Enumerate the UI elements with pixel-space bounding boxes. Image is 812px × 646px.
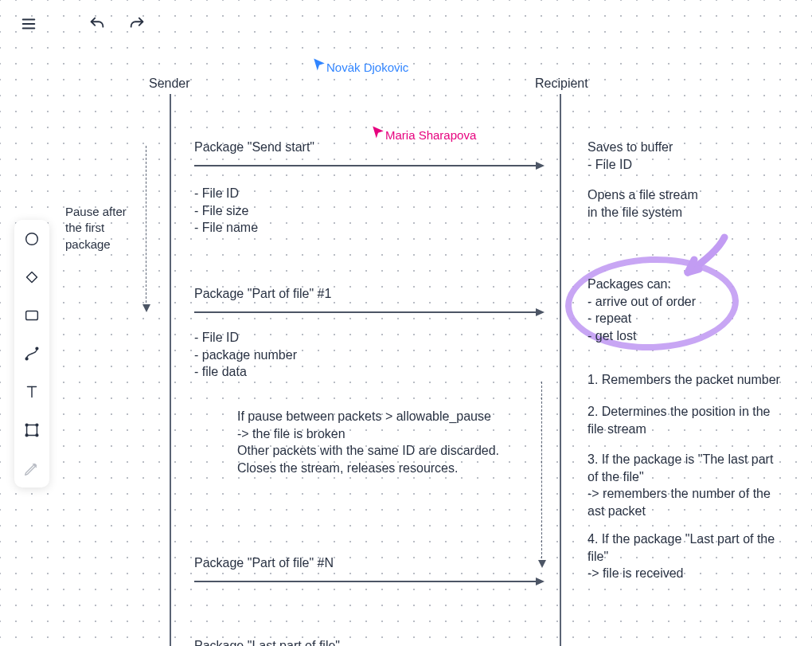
packages-can: Packages can: - arrive out of order - re…: [588, 276, 696, 344]
recipient-lifeline: [560, 94, 561, 646]
pkg-part1-title: Package "Part of file" #1: [194, 285, 331, 303]
pkg-part1-body: - File ID - package number - file data: [194, 329, 297, 381]
recipient-header: Recipient: [535, 75, 588, 92]
timeout-dashed-arrow: [541, 382, 542, 566]
recipient-step-1: 1. Remembers the packet number: [588, 371, 780, 389]
collaborator-cursor-1: Novak Djokovic: [312, 57, 326, 75]
timeout-note: If pause between packets > allowable_pau…: [237, 408, 499, 476]
recipient-step-2: 2. Determines the position in the file s…: [588, 403, 770, 437]
sender-header: Sender: [149, 75, 190, 92]
arrow-partN: [194, 581, 543, 582]
pkg-last-title: Package "Last part of file": [194, 637, 340, 646]
collaborator-cursor-2: Maria Sharapova: [371, 125, 385, 143]
recipient-buffer: Saves to buffer - File ID: [588, 139, 673, 173]
canvas[interactable]: Sender Recipient Novak Djokovic Maria Sh…: [0, 0, 812, 646]
collaborator-name-1: Novak Djokovic: [326, 61, 408, 74]
pause-dashed-arrow: [146, 146, 146, 311]
recipient-open-stream: Opens a file stream in the file system: [588, 186, 698, 221]
collaborator-name-2: Maria Sharapova: [385, 128, 476, 142]
recipient-step-3: 3. If the package is "The last part of t…: [588, 451, 773, 519]
sender-lifeline: [170, 94, 171, 646]
arrow-part1: [194, 311, 543, 313]
pause-note: Pause after the first package: [65, 204, 127, 253]
pkg-partN-title: Package "Part of file" #N: [194, 554, 334, 572]
recipient-step-4: 4. If the package "Last part of the file…: [588, 531, 775, 582]
arrow-send-start: [194, 165, 543, 166]
pkg-send-start-title: Package "Send start": [194, 139, 314, 156]
pkg-send-start-body: - File ID - File size - File name: [194, 185, 258, 237]
